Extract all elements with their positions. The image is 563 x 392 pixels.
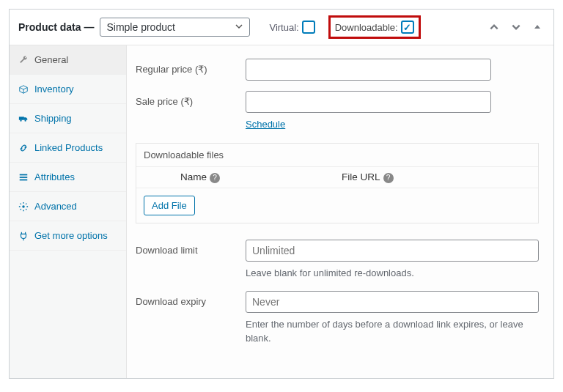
- product-type-select[interactable]: Simple product: [100, 18, 250, 37]
- tab-get-more[interactable]: Get more options: [10, 221, 126, 251]
- dl-col-name: Name?: [180, 171, 342, 183]
- product-data-panel: Product data — Simple product Virtual: D…: [9, 9, 554, 379]
- panel-title: Product data —: [18, 21, 94, 33]
- row-sale-price: Sale price (₹) Schedule: [136, 91, 539, 130]
- content-general: Regular price (₹) Sale price (₹) Schedul…: [127, 45, 553, 378]
- virtual-checkbox[interactable]: [302, 21, 315, 34]
- dl-table-header: Name? File URL?: [136, 166, 538, 188]
- tab-inventory[interactable]: Inventory: [10, 75, 126, 104]
- svg-rect-3: [20, 174, 28, 175]
- tab-label: Get more options: [34, 230, 108, 241]
- truck-icon: [18, 114, 29, 124]
- svg-point-6: [22, 205, 25, 208]
- wrench-icon: [18, 55, 29, 65]
- virtual-checkbox-group: Virtual:: [269, 21, 314, 34]
- virtual-label: Virtual:: [269, 22, 298, 33]
- link-icon: [18, 143, 29, 153]
- download-limit-help: Leave blank for unlimited re-downloads.: [246, 266, 539, 281]
- tab-linked-products[interactable]: Linked Products: [10, 133, 126, 163]
- schedule-link[interactable]: Schedule: [246, 119, 285, 130]
- svg-point-1: [20, 119, 21, 121]
- product-type-value: Simple product: [106, 21, 174, 33]
- tab-label: General: [34, 54, 68, 65]
- svg-rect-4: [20, 177, 28, 178]
- downloadable-files-section: Downloadable files Name? File URL? Add F…: [136, 143, 539, 223]
- svg-point-2: [24, 119, 26, 121]
- download-limit-label: Download limit: [136, 240, 246, 256]
- regular-price-label: Regular price (₹): [136, 59, 246, 75]
- downloadable-highlight: Downloadable:: [328, 15, 421, 39]
- help-icon[interactable]: ?: [383, 173, 394, 183]
- row-regular-price: Regular price (₹): [136, 59, 539, 81]
- dl-footer: Add File: [136, 188, 538, 223]
- sidebar: General Inventory Shipping Linked Produc…: [10, 45, 127, 378]
- panel-down-icon[interactable]: [508, 22, 524, 32]
- tab-attributes[interactable]: Attributes: [10, 163, 126, 192]
- regular-price-input[interactable]: [246, 59, 491, 81]
- dl-col-url: File URL?: [342, 171, 531, 183]
- add-file-button[interactable]: Add File: [144, 196, 195, 215]
- tab-label: Shipping: [34, 113, 72, 124]
- downloadable-checkbox[interactable]: [401, 21, 414, 34]
- sale-price-input[interactable]: [246, 91, 491, 113]
- row-download-expiry: Download expiry Enter the number of days…: [136, 291, 539, 346]
- gear-icon: [18, 201, 29, 212]
- panel-toggle-icon[interactable]: [530, 23, 545, 32]
- box-icon: [18, 84, 29, 95]
- download-limit-input[interactable]: [246, 240, 539, 262]
- panel-body: General Inventory Shipping Linked Produc…: [10, 45, 553, 378]
- tab-label: Linked Products: [34, 142, 103, 153]
- help-icon[interactable]: ?: [210, 173, 220, 183]
- tab-general[interactable]: General: [10, 45, 126, 75]
- tab-label: Attributes: [34, 171, 75, 182]
- tab-label: Advanced: [34, 201, 77, 212]
- tab-label: Inventory: [34, 84, 73, 95]
- sale-price-label: Sale price (₹): [136, 91, 246, 107]
- panel-header: Product data — Simple product Virtual: D…: [10, 10, 553, 45]
- list-icon: [18, 172, 29, 182]
- svg-rect-5: [20, 179, 28, 180]
- svg-rect-0: [19, 117, 24, 119]
- tab-shipping[interactable]: Shipping: [10, 104, 126, 133]
- downloadable-label: Downloadable:: [335, 22, 398, 33]
- dl-files-caption: Downloadable files: [136, 144, 538, 166]
- plug-icon: [18, 231, 29, 241]
- download-expiry-help: Enter the number of days before a downlo…: [246, 317, 539, 346]
- download-expiry-input[interactable]: [246, 291, 539, 313]
- panel-up-icon[interactable]: [486, 22, 502, 32]
- download-expiry-label: Download expiry: [136, 291, 246, 307]
- chevron-down-icon: [235, 21, 243, 33]
- row-download-limit: Download limit Leave blank for unlimited…: [136, 240, 539, 281]
- tab-advanced[interactable]: Advanced: [10, 192, 126, 221]
